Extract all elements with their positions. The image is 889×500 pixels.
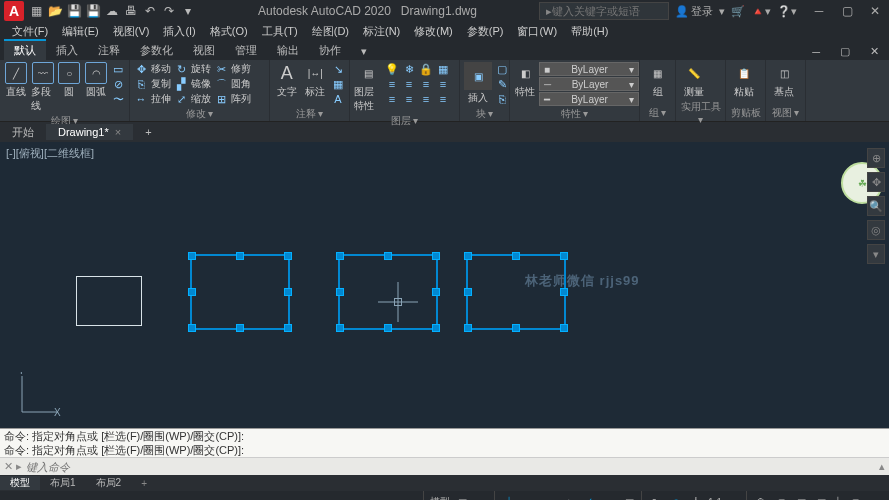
cmd-handle-icon[interactable]: ✕ ▸ bbox=[4, 460, 22, 473]
tab-collab[interactable]: 协作 bbox=[309, 41, 351, 60]
menu-param[interactable]: 参数(P) bbox=[461, 24, 510, 39]
plot-icon[interactable]: 🖶 bbox=[123, 3, 139, 19]
tool-mirror[interactable]: ▞镜像 bbox=[174, 77, 211, 91]
panel-annot-label[interactable]: 注释 ▾ bbox=[274, 106, 345, 122]
otrack-icon[interactable]: ∠ bbox=[581, 494, 597, 500]
tab-start[interactable]: 开始 bbox=[0, 123, 46, 142]
layout-model[interactable]: 模型 bbox=[0, 476, 40, 490]
tab-annotate[interactable]: 注释 bbox=[88, 41, 130, 60]
layer-icons-row1[interactable]: 💡❄🔒▦ bbox=[385, 62, 450, 76]
tool-mtext-icon[interactable]: A bbox=[331, 92, 345, 106]
viewport-label[interactable]: [-][俯视][二维线框] bbox=[6, 146, 94, 161]
layout-2[interactable]: 布局2 bbox=[86, 476, 132, 490]
panel-clip-label[interactable]: 剪贴板 bbox=[730, 105, 761, 121]
rect-selected-1[interactable] bbox=[190, 254, 290, 330]
tool-line[interactable]: ╱直线 bbox=[4, 62, 28, 99]
tab-output[interactable]: 输出 bbox=[267, 41, 309, 60]
search-box[interactable]: ▸ bbox=[539, 2, 669, 20]
isolate-icon[interactable]: ◨ bbox=[793, 494, 809, 500]
rect-selected-2[interactable] bbox=[338, 254, 438, 330]
menu-help[interactable]: 帮助(H) bbox=[565, 24, 614, 39]
tool-hatch-icon[interactable]: ⊘ bbox=[111, 77, 125, 91]
tool-stretch[interactable]: ↔拉伸 bbox=[134, 92, 171, 106]
panel-modify-label[interactable]: 修改 ▾ bbox=[134, 106, 265, 122]
doc-min-icon[interactable]: ─ bbox=[802, 44, 830, 60]
tool-spline-icon[interactable]: 〜 bbox=[111, 92, 125, 106]
tab-close-icon[interactable]: × bbox=[115, 126, 121, 138]
monitor-icon[interactable]: ▢ bbox=[773, 494, 789, 500]
tab-default[interactable]: 默认 bbox=[4, 39, 46, 60]
tab-add[interactable]: + bbox=[133, 124, 163, 140]
command-window[interactable]: 命令: 指定对角点或 [栏选(F)/圈围(WP)/圈交(CP)]: 命令: 指定… bbox=[0, 428, 889, 475]
snap-icon[interactable]: ∷ bbox=[474, 494, 490, 500]
tool-copy[interactable]: ⎘复制 bbox=[134, 77, 171, 91]
tool-move[interactable]: ✥移动 bbox=[134, 62, 171, 76]
tool-polyline[interactable]: 〰多段线 bbox=[31, 62, 55, 113]
autodesk-app-icon[interactable]: ▾ bbox=[719, 5, 725, 18]
tool-dimension[interactable]: |↔|标注 bbox=[303, 62, 329, 99]
tool-array[interactable]: ⊞阵列 bbox=[214, 92, 251, 106]
rect-unselected[interactable] bbox=[76, 276, 142, 326]
layer-icons-row2[interactable]: ≡≡≡≡ bbox=[385, 77, 450, 91]
title-dropdown-icon[interactable]: 🔺▾ bbox=[751, 5, 771, 18]
menu-format[interactable]: 格式(O) bbox=[204, 24, 254, 39]
tab-expand[interactable]: ▾ bbox=[351, 43, 377, 60]
color-bylayer[interactable]: ■ByLayer▾ bbox=[539, 62, 639, 76]
qat-dropdown-icon[interactable]: ▾ bbox=[180, 3, 196, 19]
sb-model[interactable]: 模型 bbox=[430, 495, 450, 500]
transparency-icon[interactable]: ▨ bbox=[621, 494, 637, 500]
panel-util-label[interactable]: 实用工具 ▾ bbox=[680, 99, 721, 126]
cloud-save-icon[interactable]: ☁ bbox=[104, 3, 120, 19]
anno-scale-value[interactable]: 1:1 bbox=[708, 497, 722, 501]
lineweight-icon[interactable]: ≡ bbox=[601, 494, 617, 500]
tool-layer-props[interactable]: ▤图层特性 bbox=[354, 62, 382, 113]
clean-screen-icon[interactable]: ▢ bbox=[847, 494, 863, 500]
nav-orbit-icon[interactable]: ◎ bbox=[867, 220, 885, 240]
tool-arc[interactable]: ◠圆弧 bbox=[84, 62, 108, 99]
tool-rect-icon[interactable]: ▭ bbox=[111, 62, 125, 76]
maximize-button[interactable]: ▢ bbox=[833, 0, 861, 22]
search-input[interactable] bbox=[552, 5, 662, 17]
menu-dim[interactable]: 标注(N) bbox=[357, 24, 406, 39]
scale-dropdown-icon[interactable]: ▾ bbox=[726, 494, 742, 500]
new-icon[interactable]: ▦ bbox=[28, 3, 44, 19]
menu-view[interactable]: 视图(V) bbox=[107, 24, 156, 39]
undo-icon[interactable]: ↶ bbox=[142, 3, 158, 19]
ortho-icon[interactable]: └ bbox=[501, 494, 517, 500]
drawing-area[interactable]: [-][俯视][二维线框] 林老师微信 rjjs99 ☘ Y X ⊕ ✥ 🔍 ◎… bbox=[0, 142, 889, 428]
tool-rotate[interactable]: ↻旋转 bbox=[174, 62, 211, 76]
menu-draw[interactable]: 绘图(D) bbox=[306, 24, 355, 39]
tab-insert[interactable]: 插入 bbox=[46, 41, 88, 60]
tab-drawing1[interactable]: Drawing1* × bbox=[46, 124, 133, 140]
panel-group-label[interactable]: 组 ▾ bbox=[644, 105, 671, 121]
nav-showmotion-icon[interactable]: ▾ bbox=[867, 244, 885, 264]
panel-prop-label[interactable]: 特性 ▾ bbox=[514, 106, 635, 122]
tool-trim[interactable]: ✂修剪 bbox=[214, 62, 251, 76]
minimize-button[interactable]: ─ bbox=[805, 0, 833, 22]
menu-edit[interactable]: 编辑(E) bbox=[56, 24, 105, 39]
nav-pan-icon[interactable]: ✥ bbox=[867, 172, 885, 192]
tab-view[interactable]: 视图 bbox=[183, 41, 225, 60]
decimal-mode[interactable]: 十 bbox=[833, 495, 843, 500]
tool-scale[interactable]: ⤢缩放 bbox=[174, 92, 211, 106]
panel-view-label[interactable]: 视图 ▾ bbox=[770, 105, 801, 121]
layout-add[interactable]: + bbox=[131, 478, 157, 489]
save-icon[interactable]: 💾 bbox=[66, 3, 82, 19]
tool-text[interactable]: A文字 bbox=[274, 62, 300, 99]
menu-tools[interactable]: 工具(T) bbox=[256, 24, 304, 39]
panel-block-label[interactable]: 块 ▾ bbox=[464, 106, 505, 122]
layer-icons-row3[interactable]: ≡≡≡≡ bbox=[385, 92, 450, 106]
polar-icon[interactable]: ⊾ bbox=[521, 494, 537, 500]
cmd-customize-icon[interactable]: ▴ bbox=[879, 460, 885, 473]
ucs-icon[interactable]: Y X bbox=[18, 372, 62, 418]
saveas-icon[interactable]: 💾 bbox=[85, 3, 101, 19]
tool-baseview[interactable]: ◫基点 bbox=[770, 62, 798, 99]
cycling-icon[interactable]: ↻ bbox=[648, 494, 664, 500]
workspace-icon[interactable]: 🌣 bbox=[753, 494, 769, 500]
tool-group[interactable]: ▦组 bbox=[644, 62, 671, 99]
menu-file[interactable]: 文件(F) bbox=[6, 24, 54, 39]
command-input[interactable] bbox=[26, 461, 875, 473]
block-icon2[interactable]: ✎ bbox=[495, 77, 509, 91]
open-icon[interactable]: 📂 bbox=[47, 3, 63, 19]
tool-paste[interactable]: 📋粘贴 bbox=[730, 62, 758, 99]
